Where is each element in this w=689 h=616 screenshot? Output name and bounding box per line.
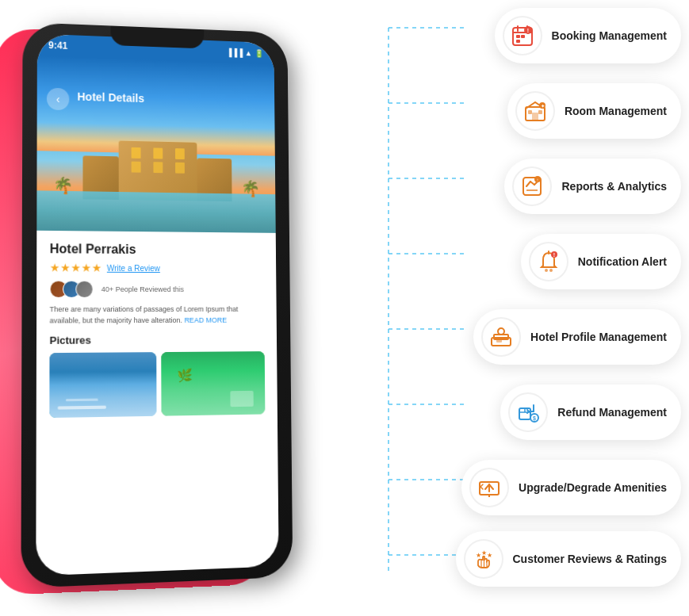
notification-icon: !	[537, 250, 561, 274]
svg-rect-20	[532, 113, 538, 121]
feature-bubble-hotel-profile: Hotel Profile Management	[473, 309, 681, 365]
windows-row2	[119, 158, 197, 174]
feature-notification: ! Notification Alert	[521, 234, 681, 289]
svg-rect-22	[538, 110, 542, 114]
svg-text:!: !	[553, 252, 555, 258]
windows-row	[119, 141, 197, 160]
pic1-bg	[49, 352, 156, 418]
upgrade-icon	[477, 476, 501, 499]
hotel-content: Hotel Perrakis ★★★★★ Write a Review 40+ …	[36, 231, 278, 430]
status-icons: ▐▐▐ ▲ 🔋	[227, 48, 264, 57]
picture-1[interactable]	[49, 352, 156, 418]
svg-line-50	[480, 487, 483, 489]
hotel-profile-icon-circle	[481, 317, 521, 357]
pictures-label: Pictures	[49, 333, 264, 346]
hotel-hero-image: 🌴 🌴 ‹ Hotel Details	[36, 55, 275, 232]
svg-rect-14	[516, 35, 520, 38]
svg-point-34	[549, 269, 553, 272]
avatar-3	[75, 281, 93, 298]
room-icon-circle: ✦	[515, 91, 555, 131]
pic2-tree: 🌿	[177, 368, 193, 383]
feature-bubble-booking: ! Booking Management	[495, 8, 681, 63]
features-container: ! Booking Management ✦	[372, 0, 689, 616]
reports-icon: ↑	[520, 174, 544, 198]
svg-text:$: $	[533, 415, 536, 422]
read-more-link[interactable]: READ MORE	[184, 316, 227, 323]
feature-reviews: ★ ★ ★ Customer Reviews & Ratings	[456, 531, 682, 587]
feature-label-reports: Reports & Analytics	[561, 179, 667, 193]
feature-label-booking: Booking Management	[552, 29, 667, 43]
pic2-bg: 🌿	[161, 351, 265, 416]
booking-icon-circle: !	[503, 16, 542, 55]
feature-label-reviews: Customer Reviews & Ratings	[513, 552, 668, 566]
feature-reports: ↑ Reports & Analytics	[504, 159, 681, 214]
upgrade-icon-circle	[469, 468, 509, 507]
svg-rect-15	[521, 35, 525, 38]
svg-text:★: ★	[487, 552, 492, 559]
picture-2[interactable]: 🌿	[161, 351, 265, 416]
refund-icon-circle: $	[508, 392, 548, 432]
reviews-icon: ★ ★ ★	[472, 547, 496, 571]
svg-text:★: ★	[476, 552, 481, 559]
feature-bubble-reports: ↑ Reports & Analytics	[504, 159, 681, 214]
write-review-link[interactable]: Write a Review	[107, 263, 160, 272]
reports-icon-circle: ↑	[512, 166, 552, 206]
hotel-profile-icon	[489, 325, 513, 349]
refund-icon: $	[516, 400, 540, 424]
avatar-stack	[50, 281, 89, 298]
reviewer-row: 40+ People Reviewed this	[50, 281, 265, 298]
phone-notch	[110, 25, 204, 48]
screen-title: Hotel Details	[77, 90, 144, 105]
feature-bubble-reviews: ★ ★ ★ Customer Reviews & Ratings	[456, 531, 682, 587]
palm-leaves-right: 🌴	[241, 179, 260, 198]
hotel-rating-row: ★★★★★ Write a Review	[50, 261, 264, 274]
feature-hotel-profile: Hotel Profile Management	[473, 309, 681, 365]
status-time: 9:41	[48, 40, 67, 52]
svg-rect-41	[496, 339, 502, 342]
palm-right: 🌴	[241, 183, 260, 198]
feature-bubble-notification: ! Notification Alert	[521, 234, 681, 289]
hotel-name: Hotel Perrakis	[50, 242, 264, 258]
phone-screen: 9:41 ▐▐▐ ▲ 🔋	[36, 34, 278, 576]
feature-label-notification: Notification Alert	[578, 254, 667, 269]
window	[175, 163, 185, 174]
feature-room: ✦ Room Management	[507, 83, 681, 139]
hotel-description: There are many variations of passages of…	[50, 304, 265, 327]
svg-rect-16	[516, 40, 520, 43]
pictures-grid: 🌿	[49, 351, 265, 418]
svg-rect-21	[528, 110, 532, 114]
window	[175, 148, 185, 159]
review-count: 40+ People Reviewed this	[101, 285, 184, 293]
feature-label-upgrade: Upgrade/Degrade Amenities	[519, 480, 667, 495]
svg-text:↑: ↑	[537, 178, 539, 182]
back-arrow-icon: ‹	[56, 93, 60, 105]
svg-line-26	[526, 182, 530, 186]
svg-text:★: ★	[481, 549, 487, 557]
window	[153, 147, 163, 159]
phone-outer: 9:41 ▐▐▐ ▲ 🔋	[21, 22, 293, 588]
feature-label-refund: Refund Management	[557, 405, 667, 419]
window	[153, 162, 163, 173]
pool-area	[36, 190, 275, 233]
star-rating: ★★★★★	[50, 261, 102, 274]
feature-bubble-room: ✦ Room Management	[507, 83, 681, 139]
svg-point-33	[545, 269, 548, 272]
svg-text:!: !	[526, 28, 528, 33]
booking-icon: !	[511, 24, 534, 48]
feature-label-hotel-profile: Hotel Profile Management	[530, 330, 667, 344]
palm-left: 🌴	[53, 180, 73, 195]
notification-icon-circle: !	[529, 242, 568, 281]
feature-upgrade: Upgrade/Degrade Amenities	[461, 460, 681, 515]
palm-leaves-left: 🌴	[53, 176, 73, 195]
feature-label-room: Room Management	[565, 104, 667, 118]
pic2-detail	[230, 391, 253, 407]
window	[132, 147, 141, 159]
window	[132, 162, 141, 173]
feature-bubble-refund: $ Refund Management	[500, 385, 681, 440]
svg-text:✦: ✦	[540, 104, 544, 109]
feature-bubble-upgrade: Upgrade/Degrade Amenities	[461, 460, 681, 515]
scene: 9:41 ▐▐▐ ▲ 🔋	[0, 0, 689, 616]
back-button[interactable]: ‹	[47, 88, 69, 111]
room-icon: ✦	[523, 99, 547, 123]
feature-booking: ! Booking Management	[495, 8, 681, 63]
